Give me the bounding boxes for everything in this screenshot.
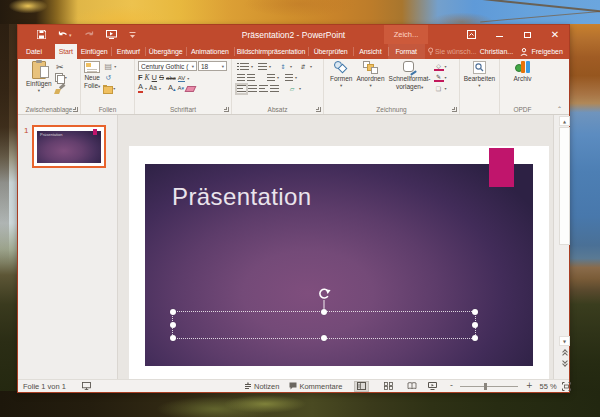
resize-handle-n[interactable] <box>321 309 327 315</box>
paste-button[interactable]: Einfügen ▾ <box>24 60 54 94</box>
tab-bildschirmpraesentation[interactable]: Bildschirmpräsentation <box>234 44 309 59</box>
archiv-button[interactable]: Archiv <box>511 60 533 84</box>
shrink-font-button[interactable]: A▾ <box>178 85 185 91</box>
slide-title-text[interactable]: Präsentation <box>172 183 312 211</box>
zoom-level[interactable]: 55 % <box>540 382 557 391</box>
fit-slide-to-window-icon[interactable] <box>562 382 571 391</box>
dialog-launcher-zwischenablage[interactable] <box>73 107 78 112</box>
decrease-indent-button[interactable] <box>237 74 245 82</box>
grow-font-button[interactable]: A▴ <box>168 84 176 92</box>
increase-indent-button[interactable] <box>247 74 255 82</box>
ribbon-display-options-button[interactable] <box>457 25 485 44</box>
line-spacing-button[interactable]: ⇕ <box>278 62 288 71</box>
next-slide-button[interactable] <box>559 358 570 368</box>
resize-handle-sw[interactable] <box>170 335 176 341</box>
comments-button[interactable]: Kommentare <box>289 382 342 391</box>
bullets-button[interactable] <box>240 63 249 71</box>
cut-button[interactable]: ✂ <box>55 62 67 71</box>
scroll-down-button[interactable]: ▼ <box>559 336 570 346</box>
dialog-launcher-zeichnung[interactable] <box>452 107 457 112</box>
zoom-slider-thumb[interactable] <box>484 383 487 390</box>
dialog-launcher-schriftart[interactable] <box>224 107 229 112</box>
strikethrough-button[interactable]: S <box>159 74 164 82</box>
tell-me-box[interactable]: Sie wünsch... <box>428 44 477 59</box>
start-slideshow-button[interactable] <box>100 27 123 43</box>
account-name[interactable]: Christian... <box>477 44 517 59</box>
columns-button[interactable] <box>267 74 275 82</box>
tab-einfuegen[interactable]: Einfügen <box>77 44 112 59</box>
scroll-up-button[interactable]: ▲ <box>559 116 570 126</box>
arrange-button[interactable]: Anordnen ▾ <box>354 60 386 89</box>
smartart-button[interactable]: ▱ <box>287 84 297 93</box>
editing-button[interactable]: Bearbeiten ▾ <box>462 60 497 89</box>
abc-strikethrough-button[interactable]: abc <box>166 75 176 81</box>
zoom-in-button[interactable]: + <box>526 382 533 390</box>
rotation-handle[interactable] <box>317 288 331 310</box>
text-direction-button[interactable]: ⇵ <box>298 62 308 71</box>
font-color-button[interactable]: A <box>138 83 143 93</box>
layout-button[interactable]: ▤▾ <box>103 62 116 71</box>
close-button[interactable]: ✕ <box>541 25 569 44</box>
resize-handle-ne[interactable] <box>472 309 478 315</box>
tab-entwurf[interactable]: Entwurf <box>111 44 145 59</box>
reading-view-button[interactable] <box>404 381 419 392</box>
section-button[interactable]: ▾ <box>103 84 116 93</box>
tab-uebergaenge[interactable]: Übergänge <box>145 44 186 59</box>
tab-format[interactable]: Format <box>388 44 425 59</box>
resize-handle-se[interactable] <box>472 335 478 341</box>
resize-handle-w[interactable] <box>170 322 176 328</box>
previous-slide-button[interactable] <box>559 348 570 358</box>
normal-view-button[interactable] <box>354 381 369 392</box>
zoom-slider[interactable] <box>460 386 518 387</box>
tab-ansicht[interactable]: Ansicht <box>353 44 388 59</box>
resize-handle-s[interactable] <box>321 335 327 341</box>
underline-button[interactable]: U <box>152 74 157 82</box>
shape-effects-button[interactable]: ❑▾ <box>434 84 447 93</box>
save-button[interactable] <box>31 27 52 43</box>
scrollbar-thumb[interactable] <box>559 127 570 245</box>
justify-button[interactable] <box>270 85 279 93</box>
slide[interactable]: Präsentation <box>129 146 549 379</box>
maximize-button[interactable] <box>513 25 541 44</box>
subtitle-placeholder[interactable] <box>172 311 476 339</box>
tab-ueberpruefen[interactable]: Überprüfen <box>308 44 353 59</box>
reset-button[interactable]: ↺ <box>103 73 116 82</box>
shapes-button[interactable]: Formen ▾ <box>328 60 354 89</box>
align-text-button[interactable] <box>285 74 293 82</box>
slide-sorter-view-button[interactable] <box>381 381 396 392</box>
shape-fill-button[interactable]: ◇▾ <box>434 62 447 71</box>
zoom-out-button[interactable]: - <box>450 382 453 390</box>
change-case-button[interactable]: Aa <box>149 85 157 92</box>
collapse-ribbon-button[interactable]: ⌃ <box>557 105 562 112</box>
align-center-button[interactable] <box>248 85 257 93</box>
copy-button[interactable]: ▾ <box>55 73 67 82</box>
italic-button[interactable]: K <box>145 74 150 82</box>
font-size-combo[interactable]: 18▾ <box>198 61 227 71</box>
redo-button[interactable] <box>78 27 100 43</box>
resize-handle-nw[interactable] <box>170 309 176 315</box>
share-button[interactable]: Freigeben <box>516 44 567 59</box>
align-left-button[interactable] <box>237 85 246 93</box>
clear-formatting-icon[interactable] <box>186 84 195 92</box>
resize-handle-e[interactable] <box>472 322 478 328</box>
tab-datei[interactable]: Datei <box>21 44 47 59</box>
dialog-launcher-absatz[interactable] <box>316 107 321 112</box>
undo-button[interactable]: ▾ <box>52 27 78 43</box>
new-slide-button[interactable]: NeueFolie▾ <box>82 60 102 91</box>
display-settings-icon[interactable] <box>82 382 91 390</box>
slide-thumbnail[interactable]: Präsentation <box>32 125 106 168</box>
slideshow-view-button[interactable] <box>425 381 440 392</box>
minimize-button[interactable] <box>485 25 513 44</box>
font-name-combo[interactable]: Century Gothic (▾ <box>138 61 197 71</box>
numbering-button[interactable] <box>258 63 267 71</box>
slide-canvas[interactable]: Präsentation <box>118 115 553 379</box>
shape-outline-button[interactable]: ✎▾ <box>434 73 447 82</box>
align-right-button[interactable] <box>259 85 268 93</box>
format-painter-button[interactable] <box>55 84 67 93</box>
notes-button[interactable]: Notizen <box>244 382 279 391</box>
customize-qat-button[interactable] <box>123 27 142 43</box>
tab-start[interactable]: Start <box>55 44 77 59</box>
tab-animationen[interactable]: Animationen <box>186 44 234 59</box>
character-spacing-button[interactable]: AV <box>178 75 186 82</box>
vertical-scrollbar[interactable]: ▲ ▼ <box>553 115 569 379</box>
